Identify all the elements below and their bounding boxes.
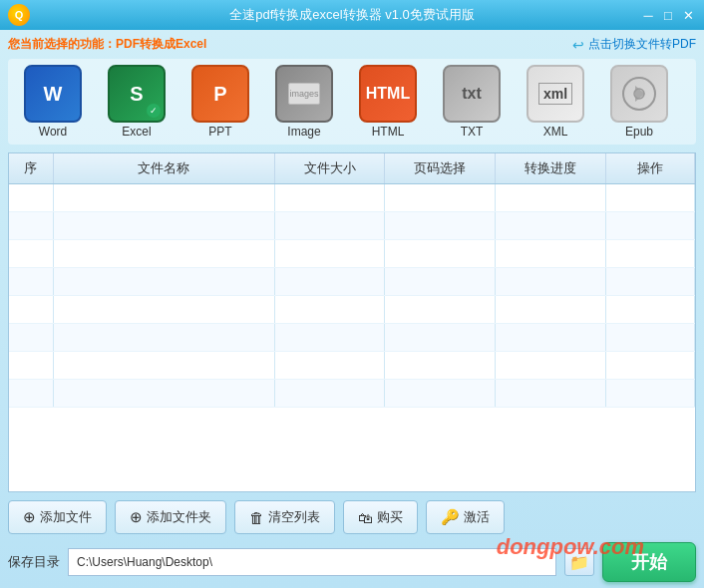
- format-html-button[interactable]: HTML HTML: [349, 65, 427, 139]
- excel-label: Excel: [122, 125, 151, 139]
- html-label: HTML: [372, 125, 405, 139]
- title-bar-controls: ─ □ ✕: [640, 7, 696, 23]
- table-header-row: 序 文件名称 文件大小 页码选择 转换进度 操作: [9, 153, 695, 184]
- add-file-button[interactable]: ⊕ 添加文件: [8, 500, 107, 534]
- bottom-buttons: ⊕ 添加文件 ⊕ 添加文件夹 🗑 清空列表 🛍 购买 🔑 激活: [8, 500, 696, 534]
- title-bar-left: Q: [8, 4, 30, 26]
- file-table: 序 文件名称 文件大小 页码选择 转换进度 操作: [9, 153, 695, 408]
- col-filesize: 文件大小: [274, 153, 385, 184]
- clear-list-button[interactable]: 🗑 清空列表: [234, 500, 335, 534]
- image-label: Image: [287, 125, 320, 139]
- activate-icon: 🔑: [441, 508, 460, 526]
- col-filename: 文件名称: [53, 153, 274, 184]
- table-row: [9, 352, 695, 380]
- table-row: [9, 212, 695, 240]
- save-path-input[interactable]: [68, 548, 556, 576]
- epub-svg: [621, 76, 657, 112]
- col-pages: 页码选择: [385, 153, 496, 184]
- col-seq: 序: [9, 153, 53, 184]
- switch-arrow-icon: ↩: [572, 37, 584, 53]
- main-container: 您当前选择的功能：PDF转换成Excel ↩ 点击切换文件转PDF W Word…: [0, 30, 704, 588]
- activate-button[interactable]: 🔑 激活: [426, 500, 505, 534]
- html-format-icon: HTML: [359, 65, 417, 123]
- xml-icon: xml: [527, 65, 584, 123]
- close-button[interactable]: ✕: [680, 7, 696, 23]
- table-row: [9, 240, 695, 268]
- xml-label: XML: [543, 125, 568, 139]
- format-txt-button[interactable]: txt TXT: [433, 65, 511, 139]
- image-placeholder: images: [288, 83, 320, 105]
- switch-label: 点击切换文件转PDF: [588, 36, 696, 53]
- txt-label: TXT: [461, 125, 484, 139]
- clear-list-label: 清空列表: [268, 508, 320, 526]
- clear-list-icon: 🗑: [249, 509, 264, 526]
- txt-icon: txt: [443, 65, 501, 123]
- col-progress: 转换进度: [496, 153, 606, 184]
- current-function-prefix: 您当前选择的功能：: [8, 37, 116, 51]
- toolbar-strip: 您当前选择的功能：PDF转换成Excel ↩ 点击切换文件转PDF: [8, 36, 696, 53]
- table-row: [9, 184, 695, 212]
- buy-label: 购买: [377, 508, 403, 526]
- col-action: 操作: [606, 153, 695, 184]
- format-ppt-button[interactable]: P PPT: [181, 65, 259, 139]
- add-file-label: 添加文件: [40, 508, 92, 526]
- format-xml-button[interactable]: xml XML: [517, 65, 594, 139]
- format-epub-button[interactable]: Epub: [600, 65, 678, 139]
- add-folder-button[interactable]: ⊕ 添加文件夹: [115, 500, 226, 534]
- title-bar: Q 全速pdf转换成excel转换器 v1.0免费试用版 ─ □ ✕: [0, 0, 704, 30]
- restore-button[interactable]: □: [660, 7, 676, 23]
- epub-label: Epub: [625, 125, 653, 139]
- format-excel-button[interactable]: S ✓ Excel: [98, 65, 176, 139]
- word-icon: W: [24, 65, 82, 123]
- file-table-container: 序 文件名称 文件大小 页码选择 转换进度 操作: [8, 152, 696, 492]
- buy-button[interactable]: 🛍 购买: [343, 500, 418, 534]
- current-function-label: 您当前选择的功能：PDF转换成Excel: [8, 36, 206, 53]
- add-file-icon: ⊕: [23, 508, 36, 526]
- start-label: 开始: [631, 550, 667, 574]
- switch-to-pdf-button[interactable]: ↩ 点击切换文件转PDF: [572, 36, 696, 53]
- add-folder-label: 添加文件夹: [147, 508, 211, 526]
- image-icon: images: [275, 65, 333, 123]
- excel-icon: S ✓: [108, 65, 166, 123]
- current-function-value: PDF转换成Excel: [116, 37, 206, 51]
- app-logo: Q: [8, 4, 30, 26]
- word-label: Word: [39, 125, 67, 139]
- minimize-button[interactable]: ─: [640, 7, 656, 23]
- start-button[interactable]: 开始: [602, 542, 696, 582]
- epub-icon: [610, 65, 668, 123]
- save-row: 保存目录 📁 开始: [8, 542, 696, 582]
- table-row: [9, 296, 695, 324]
- table-row: [9, 324, 695, 352]
- logo-text: Q: [15, 9, 24, 21]
- table-row: [9, 380, 695, 408]
- activate-label: 激活: [464, 508, 490, 526]
- browse-folder-button[interactable]: 📁: [564, 548, 594, 576]
- title-text: 全速pdf转换成excel转换器 v1.0免费试用版: [229, 6, 475, 24]
- ppt-icon: P: [191, 65, 249, 123]
- add-folder-icon: ⊕: [130, 508, 143, 526]
- format-word-button[interactable]: W Word: [14, 65, 92, 139]
- table-row: [9, 268, 695, 296]
- save-label: 保存目录: [8, 553, 60, 571]
- buy-icon: 🛍: [358, 509, 373, 526]
- selected-checkmark: ✓: [147, 104, 161, 118]
- ppt-label: PPT: [208, 125, 231, 139]
- format-image-button[interactable]: images Image: [265, 65, 343, 139]
- format-row: W Word S ✓ Excel P PPT images: [8, 59, 696, 145]
